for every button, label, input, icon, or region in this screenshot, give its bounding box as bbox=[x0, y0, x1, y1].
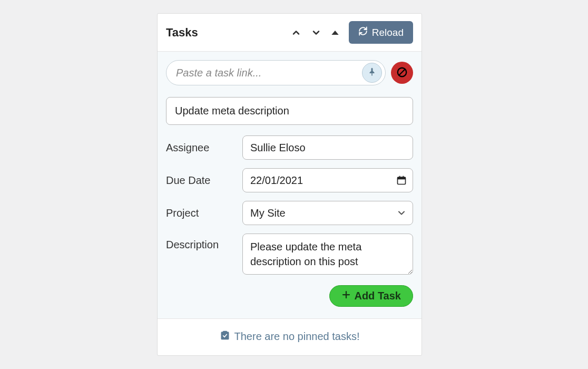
due-date-row: Due Date bbox=[166, 168, 413, 192]
project-label: Project bbox=[166, 207, 242, 219]
svg-line-1 bbox=[399, 69, 405, 75]
project-row: Project bbox=[166, 201, 413, 225]
plus-icon bbox=[341, 290, 351, 302]
add-task-button[interactable]: Add Task bbox=[329, 285, 413, 307]
cancel-button[interactable] bbox=[391, 62, 413, 84]
clipboard-check-icon bbox=[220, 329, 230, 344]
description-label: Description bbox=[166, 234, 242, 251]
due-date-label: Due Date bbox=[166, 174, 242, 187]
chevron-up-icon[interactable] bbox=[291, 27, 301, 38]
caret-up-icon[interactable] bbox=[331, 28, 339, 37]
reload-button[interactable]: Reload bbox=[349, 21, 413, 44]
panel-title: Tasks bbox=[166, 26, 198, 40]
tasks-panel: Tasks Reload bbox=[157, 13, 422, 356]
cancel-icon bbox=[396, 66, 408, 80]
assignee-label: Assignee bbox=[166, 142, 242, 154]
panel-body: Assignee Due Date Project bbox=[158, 52, 422, 319]
description-row: Description bbox=[166, 234, 413, 277]
add-task-row: Add Task bbox=[166, 285, 413, 307]
panel-header: Tasks Reload bbox=[158, 14, 422, 52]
task-link-input-wrapper bbox=[166, 60, 386, 85]
due-date-input[interactable] bbox=[242, 168, 413, 192]
description-textarea[interactable] bbox=[242, 234, 413, 275]
link-row bbox=[166, 60, 413, 85]
task-title-input[interactable] bbox=[166, 97, 413, 125]
add-task-label: Add Task bbox=[354, 290, 401, 302]
panel-footer: There are no pinned tasks! bbox=[158, 319, 422, 355]
pin-icon bbox=[367, 67, 377, 79]
pin-button[interactable] bbox=[362, 63, 382, 83]
assignee-input[interactable] bbox=[242, 135, 413, 160]
header-icon-group bbox=[291, 27, 339, 38]
reload-button-label: Reload bbox=[372, 27, 404, 38]
refresh-icon bbox=[358, 26, 368, 38]
chevron-down-icon[interactable] bbox=[311, 27, 321, 38]
task-link-input[interactable] bbox=[176, 67, 362, 79]
empty-pinned-text: There are no pinned tasks! bbox=[234, 331, 360, 343]
project-select[interactable] bbox=[242, 201, 413, 225]
assignee-row: Assignee bbox=[166, 135, 413, 160]
